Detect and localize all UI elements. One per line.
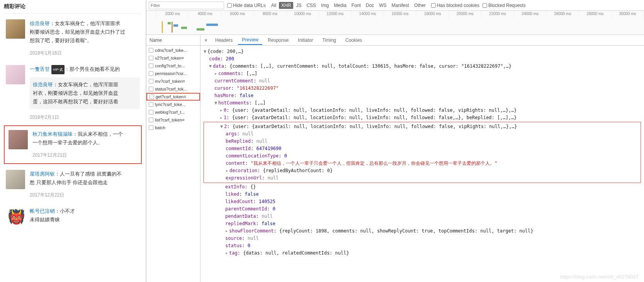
username-link[interactable]: 秋刀鱼米有猫滋味 bbox=[32, 131, 73, 137]
tab-timing[interactable]: Timing bbox=[318, 36, 340, 44]
filter-tab-xhr[interactable]: XHR bbox=[279, 2, 293, 9]
comment-date: 2017年12月22日 bbox=[30, 191, 140, 199]
tab-preview[interactable]: Preview bbox=[238, 36, 262, 45]
request-row[interactable]: permission?csr... bbox=[146, 70, 200, 77]
file-icon bbox=[149, 71, 153, 76]
request-row[interactable]: cdns?csrf_toke... bbox=[146, 46, 200, 54]
blocked-cookies-checkbox[interactable]: Has blocked cookies bbox=[431, 3, 479, 8]
username-link[interactable]: 屋塔房阿钦 bbox=[30, 171, 55, 177]
section-title: 精彩评论 bbox=[4, 0, 142, 14]
tab-initiator[interactable]: Initiator bbox=[294, 36, 317, 44]
file-icon bbox=[149, 79, 153, 84]
file-icon bbox=[149, 125, 153, 130]
highlighted-json-block: ▼2: {user: {avatarDetail: null, location… bbox=[204, 122, 641, 183]
name-header: Name bbox=[146, 35, 200, 46]
filter-tab-font[interactable]: Font bbox=[349, 2, 363, 9]
filter-type-tabs: All XHR JS CSS Img Media Font Doc WS Man… bbox=[269, 2, 428, 9]
filter-tab-all[interactable]: All bbox=[269, 2, 279, 9]
request-row[interactable]: status?csrf_tok... bbox=[146, 85, 200, 93]
vip-badge: VIP·贰 bbox=[51, 65, 65, 74]
filter-tab-js[interactable]: JS bbox=[294, 2, 304, 9]
highlighted-comment: 秋刀鱼米有猫滋味：我从来不相信，一个 一个想用一辈子去爱的那个人。 2017年1… bbox=[4, 125, 142, 164]
file-icon bbox=[149, 118, 153, 122]
filter-tab-ws[interactable]: WS bbox=[377, 2, 389, 9]
comment-date: 2017年12月21日 bbox=[32, 151, 137, 159]
blocked-requests-checkbox[interactable]: Blocked Requests bbox=[483, 3, 526, 8]
request-row[interactable]: v2?csrf_token= bbox=[146, 54, 200, 62]
username-link[interactable]: 徐浩良呀 bbox=[30, 21, 50, 26]
request-name-column: Name cdns?csrf_toke... v2?csrf_token= co… bbox=[146, 35, 201, 282]
request-row[interactable]: config?csrf_to... bbox=[146, 62, 200, 70]
file-icon bbox=[149, 102, 153, 107]
comment-item: 屋塔房阿钦：人一旦有了感情 就窝囊的不 愁 只要那人伸出手 你还是会跟他走 20… bbox=[4, 164, 142, 201]
tab-response[interactable]: Response bbox=[264, 36, 292, 44]
filter-tab-manifest[interactable]: Manifest bbox=[389, 2, 411, 9]
comments-panel: 精彩评论 徐浩良呀：女友车祸身亡，他浑浑噩噩求 刚要倾诉思念，却见她张开血盆大口… bbox=[0, 0, 146, 282]
request-row[interactable]: list?csrf_token= bbox=[146, 116, 200, 124]
tab-cookies[interactable]: Cookies bbox=[342, 36, 366, 44]
username-link[interactable]: 徐浩良呀 bbox=[33, 82, 53, 87]
comment-date: 2018年1月16日 bbox=[30, 49, 140, 57]
request-row[interactable]: weblog?csrf_t... bbox=[146, 108, 200, 116]
avatar[interactable] bbox=[6, 19, 25, 39]
detail-tabs: × Headers Preview Response Initiator Tim… bbox=[201, 35, 644, 46]
avatar[interactable] bbox=[6, 65, 25, 84]
username-link[interactable]: 一隻舌甘 bbox=[30, 66, 50, 72]
file-icon bbox=[149, 87, 153, 91]
file-icon bbox=[149, 56, 153, 60]
devtools-panel: Hide data URLs All XHR JS CSS Img Media … bbox=[146, 0, 644, 282]
json-preview[interactable]: ▼{code: 200,…} code: 200 ▼data: {comment… bbox=[201, 46, 644, 282]
comment-item: 帐号已注销：小不才 未得姑娘青睐 bbox=[4, 201, 142, 228]
nested-reply: 徐浩良呀：女友车祸身亡，他浑浑噩噩 衬衣，刚要倾诉思念，却见她张开血盆 蛋，这回… bbox=[30, 77, 140, 109]
comment-item: 徐浩良呀：女友车祸身亡，他浑浑噩噩求 刚要倾诉思念，却见她张开血盆大口扑了过 想… bbox=[4, 14, 142, 59]
filter-tab-media[interactable]: Media bbox=[331, 2, 349, 9]
request-row[interactable]: lyric?csrf_toke... bbox=[146, 101, 200, 108]
network-toolbar: Hide data URLs All XHR JS CSS Img Media … bbox=[146, 0, 644, 11]
comment-item: 一隻舌甘 VIP·贰：那个男生在她看不见的 徐浩良呀：女友车祸身亡，他浑浑噩噩 … bbox=[4, 59, 142, 123]
avatar[interactable] bbox=[6, 207, 25, 226]
avatar[interactable] bbox=[8, 130, 28, 149]
username-link[interactable]: 帐号已注销 bbox=[30, 208, 55, 214]
request-row[interactable]: mv?csrf_token= bbox=[146, 77, 200, 85]
file-icon bbox=[149, 48, 153, 53]
file-icon bbox=[149, 110, 153, 115]
file-icon bbox=[149, 63, 153, 68]
request-row[interactable]: batch bbox=[146, 124, 200, 132]
filter-input[interactable] bbox=[149, 2, 224, 9]
filter-tab-img[interactable]: Img bbox=[319, 2, 331, 9]
comment-date: 2018年2月1日 bbox=[30, 113, 140, 121]
close-icon[interactable]: × bbox=[202, 37, 210, 43]
file-icon bbox=[150, 94, 154, 99]
filter-tab-other[interactable]: Other bbox=[412, 2, 428, 9]
hide-data-urls-checkbox[interactable]: Hide data URLs bbox=[227, 3, 266, 8]
network-timeline[interactable]: 2000 ms4000 ms6000 ms8000 ms10000 ms1200… bbox=[146, 11, 644, 35]
filter-tab-css[interactable]: CSS bbox=[304, 2, 318, 9]
request-detail: × Headers Preview Response Initiator Tim… bbox=[201, 35, 644, 282]
tab-headers[interactable]: Headers bbox=[211, 36, 236, 44]
filter-tab-doc[interactable]: Doc bbox=[364, 2, 376, 9]
request-row-selected[interactable]: get?csrf_token= bbox=[146, 93, 200, 101]
avatar[interactable] bbox=[6, 170, 25, 189]
